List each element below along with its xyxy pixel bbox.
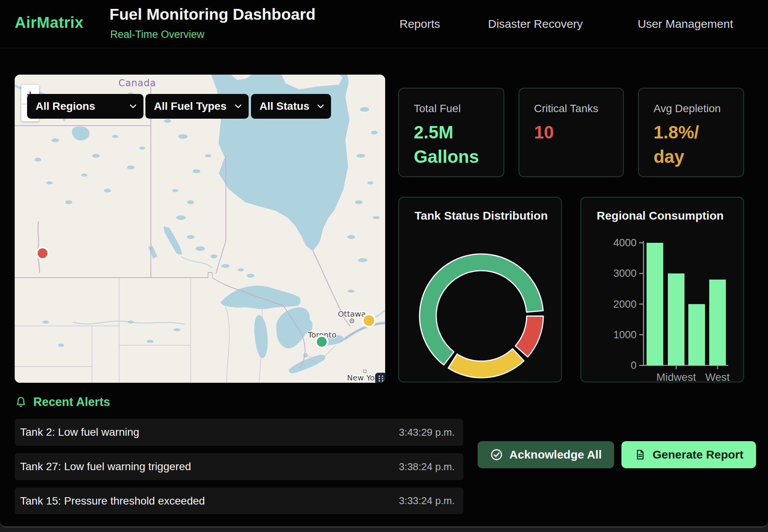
app-logo: AirMatrix [15,14,84,31]
chevron-down-icon [130,104,137,109]
tank-marker-critical[interactable] [37,247,48,259]
tank-status-donut-chart [399,198,563,383]
y-tick-label: 4000 [613,237,637,249]
page-subtitle: Real-Time Overview [110,29,205,41]
y-tick-label: 2000 [613,298,637,310]
generate-report-button[interactable]: Generate Report [621,441,756,468]
alert-message: Tank 15: Pressure threshold exceeded [20,495,205,507]
stat-label: Total Fuel [414,102,461,115]
document-icon [634,448,646,461]
alert-message: Tank 2: Low fuel warning [20,426,139,438]
recent-alerts-title: Recent Alerts [33,395,110,409]
header: AirMatrix Fuel Monitoring Dashboard Real… [0,0,768,48]
alert-timestamp: 3:38:24 p.m. [399,461,455,473]
generate-report-label: Generate Report [652,448,743,461]
city-dot-ottawa [350,319,354,323]
y-tick-label: 1000 [613,329,637,341]
alert-row: Tank 27: Low fuel warning triggered 3:38… [15,453,463,480]
recent-alerts-header: Recent Alerts [15,395,110,409]
stat-card-total-fuel: Total Fuel 2.5MGallons [398,88,504,177]
regional-consumption-chart-card: Regional Consumption 01000200030004000Mi… [580,197,744,382]
y-tick-label: 3000 [613,268,637,279]
x-tick-label: Midwest [656,371,696,383]
x-tick-label: West [705,371,730,383]
map-geography: CanadaOttawaTorontoNew York [15,75,385,383]
stat-value: 2.5MGallons [414,120,479,169]
stat-label: Avg Depletion [654,102,721,115]
nav-reports[interactable]: Reports [399,17,440,31]
chevron-down-icon [235,104,242,109]
stat-card-avg-depletion: Avg Depletion 1.8%/day [638,88,744,177]
check-circle-icon [490,448,503,461]
alert-timestamp: 3:43:29 p.m. [399,426,455,438]
y-tick-label: 0 [631,360,637,371]
city-dot-new-york [364,370,366,373]
fuel-type-filter-value: All Fuel Types [154,100,227,113]
tank-marker-normal[interactable] [316,336,328,348]
chevron-down-icon [317,104,324,109]
stat-value: 10 [534,120,554,145]
bar-2 [688,304,705,366]
bar-3 [709,280,726,365]
bell-icon [15,396,27,409]
alert-row: Tank 2: Low fuel warning 3:43:29 p.m. [15,419,463,446]
acknowledge-all-button[interactable]: Acknowledge All [478,441,614,468]
map-label-ottawa: Ottawa [338,309,366,319]
donut-segment-red [515,316,543,357]
bar-0 [647,243,663,365]
region-filter-dropdown[interactable]: All Regions [27,94,143,119]
alert-row: Tank 15: Pressure threshold exceeded 3:3… [15,488,463,514]
fuel-type-filter-dropdown[interactable]: All Fuel Types [145,94,249,119]
acknowledge-all-label: Acknowledge All [509,448,602,461]
status-filter-value: All Status [259,100,309,113]
map-label-canada: Canada [118,78,156,89]
stat-label: Critical Tanks [534,102,598,115]
stat-value: 1.8%/day [654,120,699,169]
page-title: Fuel Monitoring Dashboard [109,5,316,24]
map-canvas[interactable]: CanadaOttawaTorontoNew York + − All Regi… [15,75,385,383]
region-filter-value: All Regions [36,100,95,113]
status-filter-dropdown[interactable]: All Status [251,94,331,119]
bar-1 [668,273,684,365]
stat-card-critical-tanks: Critical Tanks 10 [519,88,624,177]
donut-segment-yellow [448,349,524,378]
alert-message: Tank 27: Low fuel warning triggered [20,460,191,473]
map-resize-handle[interactable] [375,373,385,383]
tank-marker-warning[interactable] [363,314,375,327]
nav-user-management[interactable]: User Management [638,17,733,31]
regional-consumption-bar-chart: 01000200030004000MidwestWest [581,198,745,383]
dashboard-window: AirMatrix Fuel Monitoring Dashboard Real… [0,0,768,527]
alert-timestamp: 3:33:24 p.m. [399,495,455,507]
nav-disaster-recovery[interactable]: Disaster Recovery [488,17,583,31]
grip-dots-icon [377,375,384,382]
tank-status-chart-card: Tank Status Distribution [398,197,562,382]
